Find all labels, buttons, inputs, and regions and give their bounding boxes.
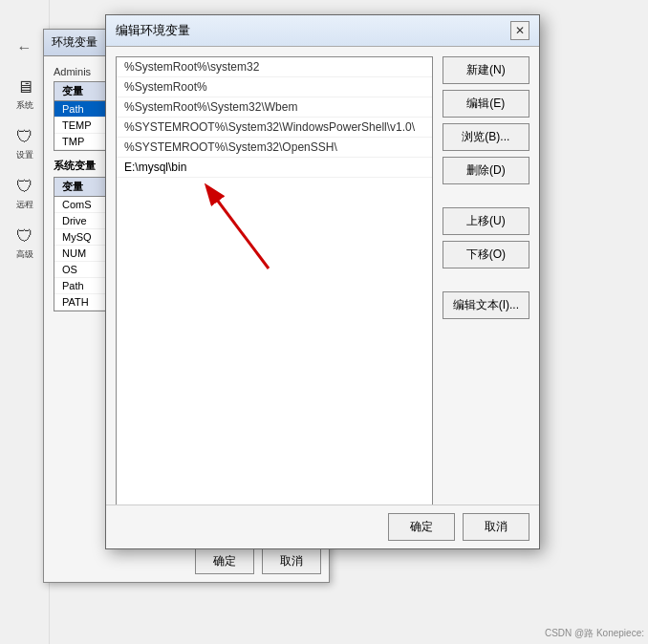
- ok-button[interactable]: 确定: [388, 513, 455, 541]
- env-bg-cancel-button[interactable]: 取消: [262, 548, 321, 574]
- new-button[interactable]: 新建(N): [443, 56, 529, 84]
- path-item-0[interactable]: %SystemRoot%\system32: [117, 57, 432, 77]
- path-list[interactable]: %SystemRoot%\system32 %SystemRoot% %Syst…: [116, 56, 433, 523]
- browse-button[interactable]: 浏览(B)...: [443, 123, 529, 151]
- edit-dialog-footer: 确定 取消: [106, 504, 539, 548]
- settings-shield-icon: 🛡: [16, 127, 33, 147]
- edit-button[interactable]: 编辑(E): [443, 90, 529, 118]
- back-button[interactable]: ←: [0, 33, 49, 62]
- system-icon: 🖥: [16, 77, 33, 97]
- advanced-shield-icon: 🛡: [16, 226, 33, 247]
- button-spacer2: [443, 274, 529, 286]
- path-item-2[interactable]: %SystemRoot%\System32\Wbem: [117, 97, 432, 118]
- nav-item-remote-label: 远程: [16, 199, 33, 211]
- cancel-button[interactable]: 取消: [463, 513, 529, 541]
- nav-item-settings[interactable]: 🛡 设置: [0, 119, 49, 169]
- env-bg-ok-button[interactable]: 确定: [195, 548, 254, 574]
- path-item-4[interactable]: %SYSTEMROOT%\System32\OpenSSH\: [117, 138, 432, 158]
- close-button[interactable]: ✕: [510, 21, 529, 40]
- up-button[interactable]: 上移(U): [443, 207, 529, 235]
- nav-item-advanced-label: 高级: [16, 248, 33, 261]
- nav-item-system[interactable]: 🖥 系统: [0, 70, 49, 119]
- path-item-5[interactable]: E:\mysql\bin: [117, 158, 432, 178]
- button-spacer: [443, 190, 529, 202]
- down-button[interactable]: 下移(O): [443, 241, 529, 268]
- nav-item-remote[interactable]: 🛡 远程: [0, 169, 49, 219]
- watermark-text: CSDN @路 Konepiece:: [545, 628, 644, 638]
- edit-dialog-titlebar: 编辑环境变量 ✕: [106, 15, 539, 47]
- edit-dialog-body: %SystemRoot%\system32 %SystemRoot% %Syst…: [106, 47, 539, 532]
- nav-item-system-label: 系统: [16, 99, 33, 112]
- nav-item-settings-label: 设置: [16, 149, 33, 161]
- env-bg-title: 环境变量: [52, 34, 97, 51]
- edit-env-dialog: 编辑环境变量 ✕ %SystemRoot%\system32 %SystemRo…: [105, 14, 540, 549]
- path-item-1[interactable]: %SystemRoot%: [117, 77, 432, 97]
- edit-text-button[interactable]: 编辑文本(I)...: [443, 291, 529, 319]
- remote-shield-icon: 🛡: [16, 177, 33, 197]
- edit-dialog-title: 编辑环境变量: [116, 22, 190, 39]
- path-item-3[interactable]: %SYSTEMROOT%\System32\WindowsPowerShell\…: [117, 118, 432, 138]
- watermark: CSDN @路 Konepiece:: [545, 627, 644, 640]
- delete-button[interactable]: 删除(D): [443, 157, 529, 184]
- edit-dialog-sidebar-buttons: 新建(N) 编辑(E) 浏览(B)... 删除(D) 上移(U) 下移(O) 编…: [443, 56, 529, 523]
- nav-item-advanced[interactable]: 🛡 高级: [0, 219, 49, 268]
- nav-items: 🖥 系统 🛡 设置 🛡 远程 🛡 高级: [0, 70, 49, 268]
